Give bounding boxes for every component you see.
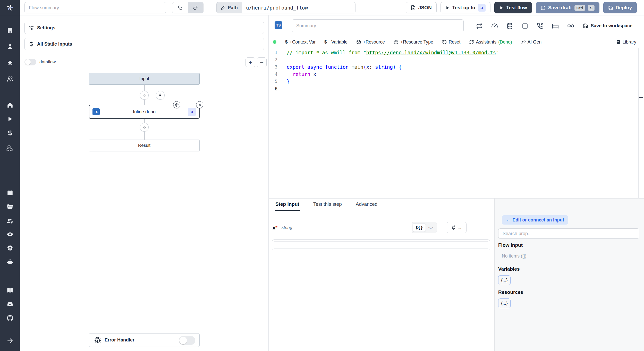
resources-chip[interactable]: {...} [498,298,511,308]
zoom-out-button[interactable]: − [257,57,267,67]
add-step-button[interactable] [140,91,149,100]
add-step-below-button[interactable] [140,123,149,132]
add-resource-type-button[interactable]: +Resource Type [394,39,433,45]
square-icon[interactable] [522,23,528,29]
flow-node-result[interactable]: Result [89,140,200,151]
rail-divider [0,15,20,15]
flow-input-heading: Flow Input [498,242,523,248]
file-export-icon [411,5,416,10]
dataflow-toggle[interactable] [24,59,36,65]
edit-or-connect-button[interactable]: ← Edit or connect an input [502,215,568,225]
dataflow-label: dataflow [39,59,56,65]
argument-value-editor[interactable] [272,239,490,250]
bed-icon[interactable] [552,23,559,29]
repeat-icon[interactable] [476,23,483,29]
argument-row: x* string ${} <> → [273,222,491,234]
zoom-in-button[interactable]: + [245,57,255,67]
reset-button[interactable]: Reset [442,39,461,45]
close-icon [198,103,202,107]
library-icon [616,39,621,45]
error-handler-toggle[interactable] [179,336,195,345]
phone-incoming-icon[interactable] [537,23,544,29]
workers-bot-icon[interactable] [6,258,14,266]
dollar-icon [28,41,34,47]
connect-input-button[interactable]: → [447,222,467,233]
folders-icon[interactable] [6,203,13,210]
code-editor[interactable]: 1// import * as wmill from "https://deno… [269,48,644,198]
json-button[interactable]: JSON [406,2,437,13]
resources-cubes-icon[interactable] [6,145,13,152]
editor-toolbar: $+Context Var $+Variable +Resource +Reso… [273,36,636,48]
play-icon [445,6,450,10]
windmill-logo-icon[interactable] [6,4,14,12]
code-line[interactable]: 5} [269,78,633,85]
add-variable-button[interactable]: $+Variable [324,39,348,45]
add-context-var-button[interactable]: $+Context Var [285,39,316,45]
resources-heading: Resources [498,289,523,295]
test-flow-button[interactable]: Test flow [494,2,532,13]
variables-dollar-icon[interactable] [7,130,13,136]
code-line[interactable]: 4 return x [269,71,633,78]
gauge-icon[interactable] [491,23,498,29]
home-icon[interactable] [7,102,13,108]
assistants-button[interactable]: Assistants (Deno) [469,39,512,45]
save-icon [608,5,613,10]
tab-advanced[interactable]: Advanced [355,199,378,211]
docs-book-icon[interactable] [6,287,13,294]
flow-node-input[interactable]: Input [89,73,200,85]
settings-gear-icon[interactable] [6,244,13,251]
cursor-position-marker [639,97,643,98]
add-trigger-button[interactable] [156,91,165,100]
undo-button[interactable] [172,2,188,13]
flow-summary-input[interactable] [24,2,166,13]
expand-sidebar-arrow-icon[interactable] [6,337,13,344]
infinity-icon[interactable] [567,22,574,29]
move-step-button[interactable] [173,101,180,108]
schedules-calendar-icon[interactable] [7,189,13,196]
users-icon[interactable] [6,75,13,82]
save-icon [541,5,546,10]
groups-users-gear-icon[interactable] [6,218,14,225]
save-draft-button[interactable]: Save draft Ctrl S [536,2,599,13]
tab-step-input[interactable]: Step Input [275,199,300,211]
code-line[interactable]: 3export async function main(x: string) { [269,63,633,71]
code-line[interactable]: 1// import * as wmill from "https://deno… [269,49,633,56]
argument-name: x [273,225,275,231]
redo-button[interactable] [188,2,203,13]
variables-chip[interactable]: {...} [498,275,511,285]
ai-gen-button[interactable]: AI Gen [521,39,541,45]
lsp-status-dot [273,40,276,44]
bug-icon [94,337,101,344]
expr-mode-button[interactable]: ${} [413,223,426,232]
required-mark: * [275,225,277,231]
package-icon [356,40,361,45]
raw-mode-button[interactable]: <> [426,224,436,232]
search-prop-input[interactable] [498,228,639,239]
overview-ruler [638,48,644,198]
database-icon[interactable] [506,23,513,29]
all-static-inputs-button[interactable]: All Static Inputs [24,38,264,50]
library-button[interactable]: Library [616,39,637,45]
rotate-ccw-icon [442,40,447,45]
code-line[interactable]: 2 [269,56,633,63]
add-resource-button[interactable]: +Resource [356,39,385,45]
workspace-building-icon[interactable] [7,27,13,34]
star-icon[interactable] [7,59,13,66]
error-handler-node[interactable]: Error Handler [89,333,200,347]
test-up-to-button[interactable]: Test up to a [440,2,490,13]
flow-settings-button[interactable]: Settings [24,22,264,34]
discord-icon[interactable] [6,301,14,308]
user-icon[interactable] [7,43,13,50]
audit-eye-icon[interactable] [6,231,14,238]
path-value[interactable]: u/henri/profound_flow [242,2,355,13]
save-to-workspace-button[interactable]: Save to workspace [583,23,632,29]
step-summary-input[interactable] [292,19,464,32]
code-line[interactable]: 6 [269,85,633,92]
deploy-button[interactable]: Deploy [603,2,637,13]
runs-play-icon[interactable] [7,116,13,122]
flow-node-step-a[interactable]: TS Inline deno a [89,105,200,119]
github-icon[interactable] [6,314,14,322]
path-label[interactable]: Path [217,2,242,13]
tab-test-this-step[interactable]: Test this step [313,199,342,211]
delete-step-button[interactable] [196,101,203,108]
